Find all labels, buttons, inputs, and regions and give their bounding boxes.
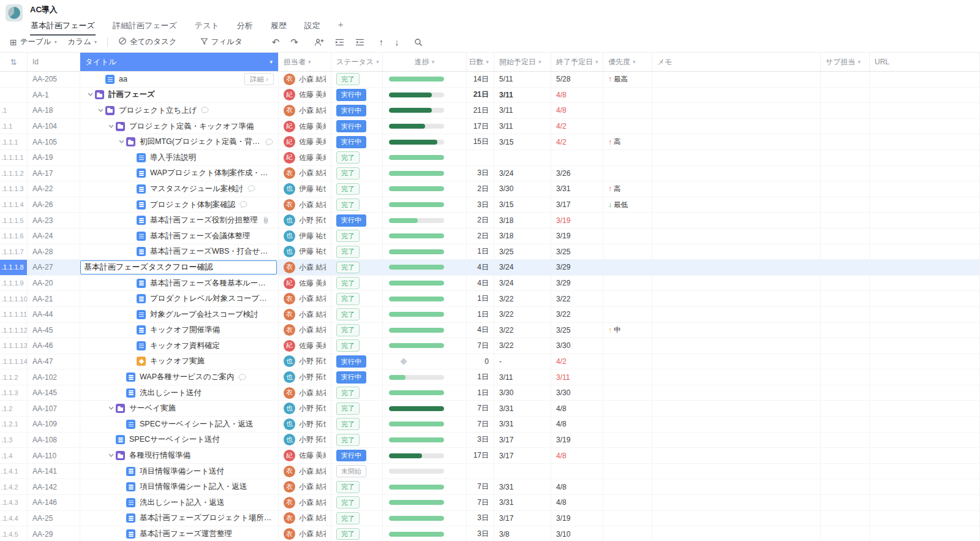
task-row[interactable]: .1.4.3AA-146洗出しシート記入・返送衣小森 結衣完了7日3/314/8: [0, 495, 980, 511]
task-title[interactable]: aa: [119, 75, 127, 83]
column-filter-caret-icon[interactable]: ▾: [270, 59, 273, 65]
task-title[interactable]: 初回MTG(プロジェクト定義・背景確認): [140, 137, 261, 147]
status-badge[interactable]: 完了: [336, 151, 360, 164]
indent-button[interactable]: [330, 37, 349, 48]
status-badge[interactable]: 実行中: [336, 105, 366, 117]
detail-button[interactable]: 詳細›: [244, 73, 274, 85]
status-badge[interactable]: 未開始: [336, 465, 366, 477]
task-row[interactable]: AA-205aa詳細›衣小森 結衣完了14日5/115/28↑最高: [0, 72, 980, 88]
column-header-title[interactable]: タイトル▾: [80, 53, 279, 71]
column-filter-caret-icon[interactable]: ▾: [538, 59, 541, 65]
column-header-assignee[interactable]: 担当者▾: [279, 53, 331, 71]
column-header-sub[interactable]: サブ担当▾: [821, 53, 870, 71]
task-title[interactable]: 項目情報準備シート記入・返送: [140, 482, 247, 492]
task-row[interactable]: .1.4.2AA-142項目情報準備シート記入・返送衣小森 結衣完了7日3/31…: [0, 479, 980, 495]
redo-button[interactable]: ↷: [285, 36, 303, 48]
outdent-button[interactable]: [350, 37, 369, 48]
task-title[interactable]: 基本計画フェーズWBS・打合せ予定確認: [150, 246, 273, 257]
task-row[interactable]: AA-1計画フェーズ紀佐藤 美紀実行中21日3/114/8: [0, 88, 980, 104]
task-row[interactable]: .1.1.1.5AA-23基本計画フェーズ役割分担整理也小野 拓也実行中2日3/…: [0, 213, 980, 229]
task-row[interactable]: .1.1.3AA-145洗出しシート送付衣小森 結衣完了1日3/303/30: [0, 385, 980, 401]
column-filter-caret-icon[interactable]: ▾: [486, 59, 489, 65]
task-row[interactable]: .1.1.1.14AA-47キックオフ実施也小野 拓也実行中0-4/2: [0, 354, 980, 370]
status-badge[interactable]: 完了: [336, 512, 360, 524]
task-title[interactable]: サーベイ実施: [129, 403, 176, 414]
task-row[interactable]: .1.1.1.7AA-28基本計画フェーズWBS・打合せ予定確認也伊藤 祐也完了…: [0, 244, 980, 260]
status-badge[interactable]: 実行中: [336, 214, 366, 227]
status-badge[interactable]: 実行中: [336, 371, 366, 384]
column-header-status[interactable]: ステータス▾: [331, 53, 383, 71]
task-title[interactable]: プロジェクト立ち上げ: [119, 105, 197, 116]
task-title[interactable]: WAPプロジェクト体制案作成・提示: [150, 168, 273, 178]
attachment-icon[interactable]: [262, 216, 270, 224]
column-header-end[interactable]: 終了予定日▾: [551, 53, 603, 71]
status-badge[interactable]: 完了: [336, 434, 360, 446]
task-row[interactable]: .1.1.1.1AA-19導入手法説明紀佐藤 美紀完了: [0, 150, 980, 166]
task-row[interactable]: .1.1.1AA-105初回MTG(プロジェクト定義・背景確認)紀佐藤 美紀実行…: [0, 134, 980, 150]
title-edit-input[interactable]: 基本計画フェーズタスクフロー確認: [80, 260, 277, 274]
status-badge[interactable]: 実行中: [336, 120, 366, 132]
tab-test[interactable]: テスト: [194, 20, 220, 36]
column-header-priority[interactable]: 優先度▾: [603, 53, 652, 71]
tab-basic-plan-phase[interactable]: 基本計画フェーズ: [30, 20, 96, 36]
move-up-button[interactable]: ↑: [374, 36, 389, 48]
task-title[interactable]: 項目情報準備シート送付: [140, 466, 224, 477]
status-badge[interactable]: 完了: [336, 183, 360, 195]
column-filter-caret-icon[interactable]: ▾: [308, 59, 311, 65]
tab-settings[interactable]: 設定: [304, 20, 321, 36]
columns-button[interactable]: カラム ▾: [63, 34, 102, 50]
column-header-progress[interactable]: 進捗▾: [383, 53, 467, 71]
collapse-chevron-icon[interactable]: [85, 91, 95, 98]
status-badge[interactable]: 完了: [336, 308, 360, 320]
task-row[interactable]: .1.1.1.13AA-46キックオフ資料確定紀佐藤 美紀完了7日3/223/3…: [0, 338, 980, 354]
column-filter-caret-icon[interactable]: ▾: [432, 59, 435, 65]
status-badge[interactable]: 完了: [336, 339, 360, 352]
status-badge[interactable]: 実行中: [336, 450, 366, 462]
status-badge[interactable]: 完了: [336, 277, 360, 289]
column-filter-caret-icon[interactable]: ▾: [595, 59, 598, 65]
column-filter-caret-icon[interactable]: ▾: [633, 59, 636, 65]
tab-detail-plan-phase[interactable]: 詳細計画フェーズ: [112, 20, 178, 36]
comment-icon[interactable]: [201, 107, 209, 114]
collapse-chevron-icon[interactable]: [106, 123, 116, 130]
task-title[interactable]: 基本計画フェーズプロジェクト場所整理: [140, 513, 273, 523]
collapse-chevron-icon[interactable]: [96, 107, 105, 114]
collapse-chevron-icon[interactable]: [106, 405, 116, 412]
task-row[interactable]: .1.1.1.10AA-21プロダクトレベル対象スコープ検討衣小森 結衣完了1日…: [0, 291, 980, 307]
status-badge[interactable]: 完了: [336, 403, 360, 415]
task-row[interactable]: .1.2AA-107サーベイ実施也小野 拓也完了7日3/314/8: [0, 401, 980, 417]
status-badge[interactable]: 完了: [336, 230, 360, 242]
task-row[interactable]: .1AA-18プロジェクト立ち上げ衣小森 結衣実行中21日3/114/8: [0, 103, 980, 119]
task-title[interactable]: 対象グループ会社スコープ検討: [150, 309, 258, 320]
status-badge[interactable]: 完了: [336, 199, 360, 211]
task-row[interactable]: .1.1.1.6AA-24基本計画フェーズ会議体整理也伊藤 祐也完了2日3/18…: [0, 229, 980, 244]
status-badge[interactable]: 完了: [336, 246, 360, 258]
column-filter-caret-icon[interactable]: ▾: [376, 59, 379, 65]
task-row[interactable]: .1.4.4AA-25基本計画フェーズプロジェクト場所整理衣小森 結衣完了3日3…: [0, 511, 980, 527]
column-header-memo[interactable]: メモ: [652, 53, 821, 71]
undo-button[interactable]: ↶: [267, 36, 285, 48]
status-badge[interactable]: 実行中: [336, 136, 366, 148]
status-badge[interactable]: 完了: [336, 167, 360, 180]
task-title[interactable]: WAP各種サービスのご案内: [140, 372, 234, 382]
task-row[interactable]: .1.4.1AA-141項目情報準備シート送付衣小森 結衣未開始: [0, 464, 980, 480]
task-row[interactable]: .1.1.1.3AA-22マスタスケジュール案検討也伊藤 祐也完了2日3/303…: [0, 181, 980, 197]
column-header-num[interactable]: ⇅: [0, 53, 28, 71]
task-row[interactable]: .1.1.1.8AA-27基本計画フェーズタスクフロー確認衣小森 結衣完了4日3…: [0, 260, 980, 276]
row-sort-icon[interactable]: ⇅: [10, 58, 17, 67]
comment-icon[interactable]: [239, 201, 247, 208]
task-title[interactable]: 基本計画フェーズ各種基本ルール検討: [150, 278, 273, 289]
task-row[interactable]: .1.1.1.12AA-45キックオフ開催準備衣小森 結衣完了4日3/223/2…: [0, 323, 980, 339]
task-row[interactable]: .1.2.1AA-109SPECサーベイシート記入・返送也小野 拓也完了7日3/…: [0, 417, 980, 433]
status-badge[interactable]: 完了: [336, 73, 360, 85]
column-filter-caret-icon[interactable]: ▾: [858, 59, 861, 65]
task-title[interactable]: 基本計画フェーズ役割分担整理: [150, 215, 258, 225]
comment-icon[interactable]: [247, 185, 255, 192]
task-row[interactable]: .1.1.2AA-102WAP各種サービスのご案内也小野 拓也実行中1日3/11…: [0, 369, 980, 385]
assign-user-button[interactable]: [309, 36, 329, 48]
task-row[interactable]: .1.1.1.9AA-20基本計画フェーズ各種基本ルール検討紀佐藤 美紀完了4日…: [0, 276, 980, 292]
task-title[interactable]: キックオフ実施: [150, 356, 205, 366]
tab-history[interactable]: 履歴: [270, 20, 287, 36]
task-title[interactable]: 導入手法説明: [150, 153, 196, 163]
task-title[interactable]: マスタスケジュール案検討: [150, 184, 243, 194]
